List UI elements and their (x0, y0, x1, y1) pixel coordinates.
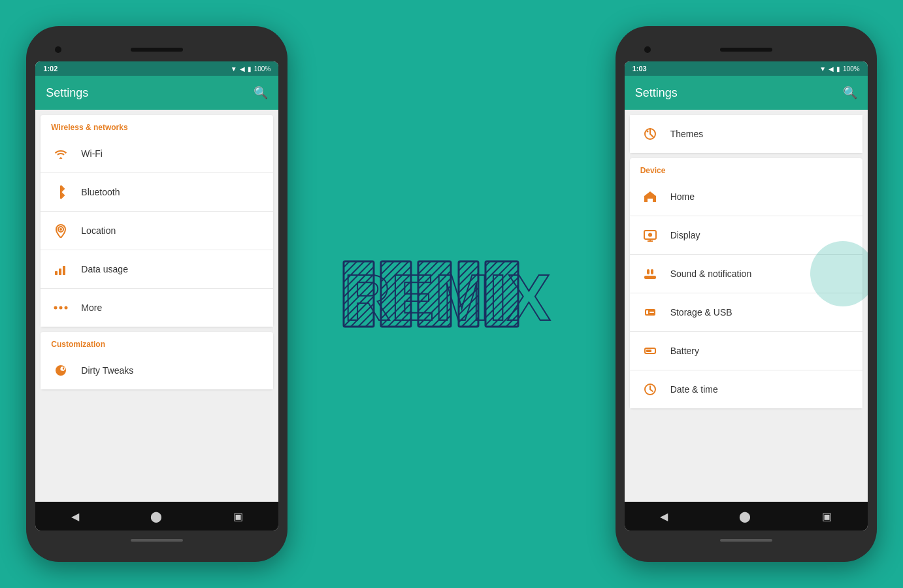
remix-logo: REMIX (340, 255, 563, 333)
themes-label: Themes (670, 129, 704, 139)
battery-item[interactable]: Battery (630, 332, 862, 370)
svg-rect-4 (63, 266, 65, 275)
location-icon (51, 221, 71, 240)
dirty-tweaks-icon (51, 361, 71, 380)
phone-1-time: 1:02 (43, 65, 57, 73)
wifi-item[interactable]: Wi-Fi (41, 135, 273, 173)
battery-icon: ▮ (248, 65, 252, 73)
wifi-signal-icon-2: ▼ (819, 65, 826, 73)
phone-1-status-icons: ▼ ◀ ▮ 100% (231, 65, 271, 73)
phone-2-search-button[interactable]: 🔍 (843, 86, 857, 100)
phone-1-status-bar: 1:02 ▼ ◀ ▮ 100% (35, 61, 278, 76)
back-button[interactable]: ◀ (71, 510, 79, 523)
home-button-2[interactable]: ⬤ (739, 510, 751, 523)
svg-rect-32 (649, 312, 654, 313)
home-indicator (131, 539, 183, 542)
themes-section-card: Themes (630, 115, 862, 153)
wifi-icon (51, 144, 71, 163)
svg-rect-3 (59, 269, 61, 275)
more-item[interactable]: More (41, 289, 273, 327)
device-section-header: Device (630, 158, 862, 178)
svg-point-7 (65, 306, 68, 310)
home-icon (640, 187, 660, 206)
phone-1-search-button[interactable]: 🔍 (254, 86, 268, 100)
phone-1-content: Wireless & networks Wi-Fi (35, 110, 278, 502)
phone-2-app-title: Settings (635, 86, 678, 100)
signal-icon-2: ◀ (829, 65, 834, 73)
sound-notification-item[interactable]: Sound & notification (630, 255, 862, 293)
recents-button-2[interactable]: ▣ (822, 510, 832, 523)
back-button-2[interactable]: ◀ (660, 510, 668, 523)
phone-1-screen: 1:02 ▼ ◀ ▮ 100% Settings 🔍 Wireless & ne… (35, 61, 278, 531)
svg-rect-28 (651, 269, 653, 274)
device-section-card: Device Home (630, 158, 862, 408)
display-icon (640, 225, 660, 245)
display-item[interactable]: Display (630, 216, 862, 255)
storage-item[interactable]: Storage & USB (630, 293, 862, 332)
bluetooth-item[interactable]: Bluetooth (41, 173, 273, 212)
signal-icon: ◀ (240, 65, 245, 73)
phone-2-nav-bar: ◀ ⬤ ▣ (625, 502, 868, 531)
svg-rect-2 (55, 271, 57, 275)
wifi-signal-icon: ▼ (231, 65, 237, 73)
data-usage-item[interactable]: Data usage (41, 250, 273, 289)
more-label: More (81, 302, 102, 313)
phone-1-speaker (131, 48, 183, 52)
phone-2-content: Themes Device Home (625, 110, 868, 502)
sound-icon (640, 264, 660, 284)
svg-rect-34 (646, 350, 651, 352)
svg-rect-31 (646, 310, 648, 314)
home-item[interactable]: Home (630, 178, 862, 216)
data-usage-label: Data usage (81, 264, 128, 274)
customization-section-card: Customization Dirty Tweaks (41, 332, 273, 389)
themes-item[interactable]: Themes (630, 115, 862, 153)
svg-rect-27 (647, 269, 649, 274)
phone-2: 1:03 ▼ ◀ ▮ 100% Settings 🔍 (616, 26, 877, 562)
phone-2-time: 1:03 (632, 65, 647, 73)
remix-svg: REMIX (340, 255, 563, 333)
phone-1-app-title: Settings (46, 86, 88, 100)
battery-label: Battery (670, 346, 699, 356)
svg-point-1 (59, 228, 62, 231)
svg-point-6 (59, 306, 63, 310)
display-label: Display (670, 230, 700, 240)
svg-point-22 (646, 131, 648, 133)
themes-icon (640, 124, 660, 144)
home-button[interactable]: ⬤ (150, 510, 162, 523)
home-label: Home (670, 191, 695, 202)
phone-1-nav-bar: ◀ ⬤ ▣ (35, 502, 278, 531)
dirty-tweaks-label: Dirty Tweaks (81, 365, 133, 376)
phone-1: 1:02 ▼ ◀ ▮ 100% Settings 🔍 Wireless & ne… (26, 26, 287, 562)
wireless-section-card: Wireless & networks Wi-Fi (41, 115, 273, 327)
location-label: Location (81, 225, 116, 236)
phone-2-status-icons: ▼ ◀ ▮ 100% (819, 65, 859, 73)
phone-1-top-bar (35, 38, 278, 61)
phone-2-bottom (625, 531, 868, 550)
recents-button[interactable]: ▣ (233, 510, 243, 523)
battery-icon-2: ▮ (836, 65, 840, 73)
battery-percent: 100% (254, 65, 271, 73)
sound-notification-label: Sound & notification (670, 269, 752, 279)
storage-icon (640, 302, 660, 322)
phone-1-camera (55, 46, 61, 53)
svg-point-5 (54, 306, 57, 310)
location-item[interactable]: Location (41, 212, 273, 250)
battery-percent-2: 100% (843, 65, 860, 73)
dirty-tweaks-item[interactable]: Dirty Tweaks (41, 351, 273, 389)
data-usage-icon (51, 259, 71, 279)
datetime-item[interactable]: Date & time (630, 370, 862, 408)
storage-label: Storage & USB (670, 307, 732, 318)
phone-1-bottom (35, 531, 278, 550)
svg-text:REMIX: REMIX (344, 261, 551, 333)
customization-section-header: Customization (41, 332, 273, 351)
home-indicator-2 (720, 539, 772, 542)
battery-settings-icon (640, 341, 660, 361)
more-icon (51, 298, 71, 318)
phone-2-camera (644, 46, 651, 53)
svg-rect-29 (644, 276, 656, 279)
phone-2-status-bar: 1:03 ▼ ◀ ▮ 100% (625, 61, 868, 76)
datetime-label: Date & time (670, 384, 718, 395)
wireless-section-header: Wireless & networks (41, 115, 273, 135)
bluetooth-label: Bluetooth (81, 187, 120, 197)
svg-point-26 (648, 233, 652, 237)
